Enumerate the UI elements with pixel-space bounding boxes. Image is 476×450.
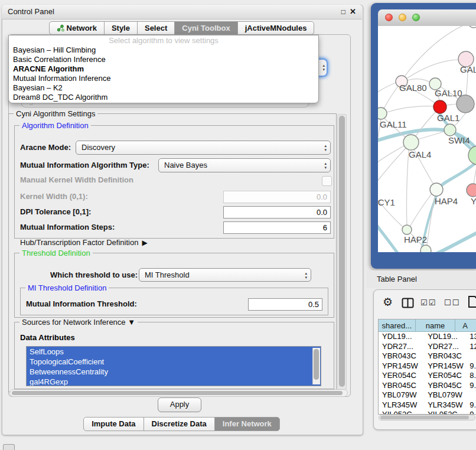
- table-row[interactable]: YPR145WYPR145W9.: [379, 361, 476, 371]
- algorithm-combobox-focused-edge[interactable]: ▴▾: [318, 58, 328, 77]
- data-attributes-list[interactable]: SelfLoopsTopologicalCoefficientBetweenne…: [26, 346, 321, 386]
- tab-label: jActiveMNodules: [245, 23, 307, 33]
- table-body: YDL19...YDL19...13YDR27...YDR27...12YBR0…: [379, 332, 476, 415]
- tab-cyni-toolbox[interactable]: Cyni Toolbox: [174, 21, 237, 35]
- network-node[interactable]: [468, 26, 476, 28]
- algorithm-option-basic-correlation-inference[interactable]: Basic Correlation Inference: [9, 55, 318, 64]
- tab-discretize-data[interactable]: Discretize Data: [144, 417, 215, 431]
- aracne-mode-label: Aracne Mode:: [20, 141, 71, 155]
- table-cell: YBR043C: [420, 351, 466, 361]
- mi-algorithm-type-label: Mutual Information Algorithm Type:: [20, 158, 149, 172]
- table-row[interactable]: YIL052CYIL052C9: [379, 410, 476, 415]
- network-node-gal1[interactable]: [433, 100, 446, 113]
- checked-boxes-icon[interactable]: ☑☑: [420, 298, 436, 307]
- table-cell: YBR045C: [420, 381, 466, 391]
- network-window-titlebar: [378, 9, 476, 27]
- column-header[interactable]: name: [416, 319, 456, 332]
- aracne-mode-combobox[interactable]: Discovery ▴▾: [76, 141, 331, 155]
- tab-label: Discretize Data: [152, 419, 207, 428]
- attribute-item-gal4rgexp[interactable]: gal4RGexp: [27, 377, 321, 386]
- algorithm-option-mutual-information-inference[interactable]: Mutual Information Inference: [9, 74, 318, 83]
- manual-kernel-width-checkbox[interactable]: [322, 176, 332, 186]
- tab-infer-network[interactable]: Infer Network: [214, 417, 280, 431]
- sources-group-title: Sources for Network Inference ▼: [19, 318, 138, 327]
- table-horizontal-scrollbar[interactable]: [379, 415, 475, 420]
- attribute-item-betweennesscentrality[interactable]: BetweennessCentrality: [27, 367, 321, 377]
- network-node-hap2[interactable]: [402, 225, 412, 234]
- node-label: GCY1: [378, 197, 395, 207]
- mi-threshold-label: Mutual Information Threshold:: [26, 297, 137, 311]
- minimize-traffic-light[interactable]: [399, 14, 406, 21]
- zoom-traffic-light[interactable]: [412, 14, 420, 21]
- scrollbar-thumb[interactable]: [12, 391, 343, 395]
- table-row[interactable]: YBL079WYBL079W: [379, 390, 476, 400]
- algorithm-option-aracne-algorithm[interactable]: ARACNE Algorithm: [9, 64, 318, 74]
- unchecked-boxes-icon[interactable]: ☐☐: [444, 298, 460, 307]
- table-cell: 9: [466, 410, 476, 415]
- scrollbar-thumb[interactable]: [380, 416, 469, 419]
- tab-label: Network: [67, 23, 97, 33]
- algorithm-option-dream8-dc-tdc-algorithm[interactable]: Dream8 DC_TDC Algorithm: [9, 93, 318, 102]
- network-node[interactable]: [420, 245, 431, 252]
- mi-threshold-field[interactable]: 0.5: [248, 298, 322, 311]
- network-edge: [384, 86, 398, 109]
- tab-style[interactable]: Style: [104, 21, 138, 35]
- kernel-width-field[interactable]: 0.0: [223, 191, 331, 203]
- hub-transcription-factor-section[interactable]: Hub/Transcription Factor Definition▶: [20, 237, 148, 248]
- column-header[interactable]: A: [455, 319, 476, 332]
- table-row[interactable]: YDL19...YDL19...13: [379, 332, 476, 342]
- table-row[interactable]: YBR043CYBR043C: [379, 351, 476, 361]
- close-traffic-light[interactable]: [385, 14, 393, 21]
- table-row[interactable]: YER054CYER054C8.: [379, 371, 476, 381]
- network-node-hap4[interactable]: [430, 183, 443, 196]
- control-panel-tabbar: NetworkStyleSelectCyni ToolboxjActiveMNo…: [50, 21, 315, 35]
- table-cell: YDL19...: [420, 332, 466, 342]
- network-node-gal4[interactable]: [403, 135, 419, 150]
- table-cell: YER054C: [420, 371, 466, 381]
- attribute-item-topologicalcoefficient[interactable]: TopologicalCoefficient: [27, 357, 321, 367]
- float-window-icon[interactable]: □: [341, 8, 345, 16]
- page-icon[interactable]: [468, 295, 476, 308]
- split-columns-icon[interactable]: [402, 298, 415, 308]
- close-icon[interactable]: ✕: [350, 7, 356, 17]
- stepper-icon: ▴▾: [324, 161, 327, 169]
- gear-icon[interactable]: ⚙: [383, 295, 393, 309]
- scrollbar-thumb[interactable]: [314, 349, 319, 380]
- network-node-gal11[interactable]: [378, 107, 387, 119]
- attributes-scrollbar[interactable]: [312, 348, 320, 384]
- network-edge: [387, 106, 433, 112]
- aracne-mode-value: Discovery: [81, 143, 115, 152]
- settings-vertical-scrollbar[interactable]: [337, 114, 347, 390]
- network-node-y[interactable]: [467, 184, 476, 197]
- column-header[interactable]: shared...: [379, 319, 416, 332]
- mi-algorithm-type-combobox[interactable]: Naive Bayes ▴▾: [158, 158, 331, 172]
- node-label: GAL1: [437, 113, 459, 123]
- tab-jactivemnodules[interactable]: jActiveMNodules: [237, 21, 315, 35]
- settings-horizontal-scrollbar[interactable]: [9, 389, 348, 397]
- table-row[interactable]: YLR345WYLR345W9.: [379, 400, 476, 410]
- attribute-item-selfloops[interactable]: SelfLoops: [27, 347, 321, 357]
- corner-mini-button[interactable]: [3, 444, 15, 450]
- apply-button[interactable]: Apply: [158, 397, 201, 412]
- which-threshold-combobox[interactable]: MI Threshold ▴▾: [139, 268, 311, 282]
- mi-steps-field[interactable]: 6: [223, 221, 331, 234]
- expanded-arrow-icon[interactable]: ▼: [128, 318, 135, 327]
- tab-select[interactable]: Select: [137, 21, 175, 35]
- dpi-tolerance-label: DPI Tolerance [0,1]:: [20, 205, 91, 219]
- scrollbar-thumb[interactable]: [339, 116, 345, 387]
- node-label: GAL11: [380, 119, 407, 129]
- table-row[interactable]: YDR27...YDR27...12: [379, 342, 476, 352]
- settings-group-title: Cyni Algorithm Settings: [14, 109, 97, 118]
- algorithm-option-bayesian-k2[interactable]: Bayesian – K2: [9, 83, 318, 93]
- dpi-tolerance-field[interactable]: 0.0: [223, 206, 331, 219]
- collapsed-arrow-icon[interactable]: ▶: [142, 239, 147, 247]
- network-canvas[interactable]: GALGAL80GAL10GAL1GAL11SWI4GAL4GCY1HAP4YH…: [378, 26, 476, 252]
- table-cell: YIL052C: [379, 410, 420, 415]
- algorithm-dropdown-prompt: Select algorithm to view settings: [9, 35, 318, 45]
- algorithm-option-bayesian-hill-climbing[interactable]: Bayesian – Hill Climbing: [9, 45, 318, 55]
- tab-label: Cyni Toolbox: [182, 23, 230, 33]
- tab-impute-data[interactable]: Impute Data: [83, 417, 144, 431]
- tab-network[interactable]: Network: [49, 21, 105, 35]
- network-node-swi4[interactable]: [444, 124, 456, 136]
- table-row[interactable]: YBR045CYBR045C9.: [379, 381, 476, 391]
